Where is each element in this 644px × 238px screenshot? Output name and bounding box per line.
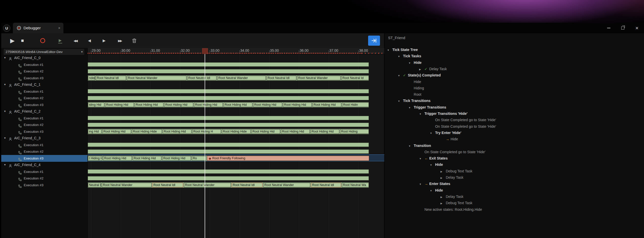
timeline-track-bar[interactable]: iding HidRoot Hiding HidRoot Hiding HidR… (88, 102, 369, 108)
instance-row[interactable]: ▼AIC_Friend_C_0 (1, 55, 87, 61)
state-segment[interactable]: Root Neutral Id (341, 76, 369, 80)
tree-expander-icon[interactable]: ▼ (398, 98, 403, 104)
tree-expander-icon[interactable]: ▼ (398, 72, 403, 79)
state-segment[interactable]: Root Hiding Hid (194, 102, 223, 107)
execution-row[interactable]: Execution #1 (1, 88, 87, 95)
execution-row[interactable]: Execution #2 (1, 68, 87, 75)
statetree-row[interactable]: ▼Transition (385, 142, 644, 149)
timeline-track-bar[interactable]: Neutral IdlRoot Neutral WanderRoot Neutr… (88, 182, 369, 188)
execution-row[interactable]: Execution #1 (1, 115, 87, 122)
event-segment[interactable]: ◆Root Friendly Following (207, 156, 369, 161)
state-segment[interactable]: Root Neutral Idl (267, 76, 296, 80)
state-segment[interactable]: Root Neutral Wander (217, 76, 266, 80)
statetree-row[interactable]: ▼Tick Tasks (385, 53, 644, 59)
tree-expander-icon[interactable]: ▼ (430, 162, 435, 168)
state-segment[interactable]: t Hiding Hid (88, 156, 102, 161)
state-segment[interactable]: Root Hiding Hid (281, 129, 310, 134)
state-segment[interactable]: Root Neutral Idl (311, 183, 341, 187)
tab-debugger[interactable]: Debugger × (13, 23, 63, 33)
statetree-row[interactable]: Root (385, 91, 644, 97)
tree-expander-icon[interactable]: ▶ (441, 200, 446, 206)
frame-rewind-button[interactable]: ◀◀ (70, 33, 81, 48)
statetree-row[interactable]: ▼Tick Transitions (385, 97, 644, 104)
timeline-panel[interactable]: 29.0030.0031.0032.0033.0034.0035.0036.00… (87, 48, 384, 238)
state-segment[interactable]: Root Hiding Hide (132, 129, 162, 134)
execution-row[interactable]: Execution #2 (1, 175, 87, 182)
tree-expander-icon[interactable]: ▼ (387, 47, 392, 53)
statetree-row[interactable]: On State Completed go to State 'Hide' (385, 123, 644, 129)
tree-expander-icon[interactable]: ▼ (419, 155, 424, 162)
timeline-track-bar[interactable] (88, 96, 369, 100)
statetree-row[interactable]: Hiding (385, 85, 644, 91)
execution-row[interactable]: Execution #1 (1, 168, 87, 175)
statetree-row[interactable]: ▼Hide (385, 59, 644, 66)
instance-row[interactable]: ▼AIC_Friend_C_3 (1, 135, 87, 142)
state-segment[interactable]: ing Hid (88, 129, 102, 134)
statetree-row[interactable]: ▼Tick State Tree (385, 46, 644, 53)
scrub-handle[interactable] (202, 48, 208, 54)
tree-expander-icon[interactable]: ▶ (441, 194, 446, 200)
state-segment[interactable]: Root Neutral Wander (263, 183, 310, 187)
statetree-row[interactable]: ▶Delay Task (385, 174, 644, 180)
frame-fast-forward-button[interactable]: ▶▶ (114, 33, 125, 48)
timeline-track-bar[interactable] (88, 116, 369, 120)
frame-forward-button[interactable]: ▶ (100, 33, 108, 48)
execution-row[interactable]: Execution #2 (1, 95, 87, 101)
statetree-row[interactable]: On State Completed go to State 'Hide' (385, 117, 644, 123)
record-button[interactable] (38, 33, 47, 48)
state-segment[interactable]: Root Hiding Hid (311, 129, 339, 134)
timeline-track-bar[interactable] (88, 143, 369, 147)
timeline-track-bar[interactable] (88, 149, 369, 154)
state-segment[interactable]: Root Hiding Hid (283, 102, 312, 107)
clear-tracks-button[interactable] (130, 33, 139, 48)
tree-expander-icon[interactable]: ▼ (430, 130, 435, 136)
state-segment[interactable]: Root Hidin (342, 102, 369, 107)
goto-latest-frame-button[interactable] (368, 36, 380, 46)
state-segment[interactable]: Root Neutral Wa (342, 183, 369, 187)
timeline-track-bar[interactable]: t Hiding HidRoot Hiding HidRoot Hiding H… (88, 155, 369, 161)
state-segment[interactable]: Neutral Idl (88, 183, 101, 187)
statetree-row[interactable]: ▶Debug Text Task (385, 200, 644, 206)
state-segment[interactable]: Root Hiding Hid (133, 156, 161, 161)
frame-back-button[interactable]: ◀ (86, 33, 93, 48)
statetree-row[interactable]: ▶Delay Task (385, 193, 644, 200)
close-button[interactable]: × (631, 23, 642, 33)
timeline-track-bar[interactable]: ing HidRoot Hiding HidRoot Hiding HideRo… (88, 129, 369, 134)
state-segment[interactable]: Root Neutral Idl (187, 76, 217, 80)
timeline-track-bar[interactable] (88, 123, 369, 127)
state-segment[interactable]: Root Hiding Hid (105, 102, 134, 107)
execution-row[interactable]: Execution #2 (1, 148, 87, 155)
statetree-row[interactable]: ▼✓State(s) Completed (385, 72, 644, 78)
execution-row[interactable]: Execution #1 (1, 61, 87, 68)
statetree-row[interactable]: ▼←Exit States (385, 155, 644, 161)
statetree-row[interactable]: ▼Try Enter 'Hide' (385, 129, 644, 136)
tree-expander-icon[interactable]: ▼ (419, 111, 424, 117)
timeline-track-bar[interactable] (88, 69, 369, 73)
stop-button[interactable]: ■ (18, 33, 27, 48)
state-segment[interactable]: Root Hiding (340, 129, 369, 134)
instance-row[interactable]: ▼AIC_Friend_C_2 (1, 108, 87, 115)
restore-button[interactable] (617, 23, 628, 33)
state-segment[interactable]: Root Neutral Wander (127, 76, 186, 80)
timeline-track-bar[interactable] (88, 62, 369, 67)
state-segment[interactable]: Root Hiding Hide (222, 129, 251, 134)
statetree-row[interactable]: ▼Hide (385, 187, 644, 193)
tree-expander-icon[interactable]: ▼ (4, 135, 7, 142)
tree-expander-icon[interactable]: ▶ (441, 168, 446, 175)
execution-row[interactable]: Execution #3 (1, 128, 87, 135)
timeline-track-bar[interactable]: nderRoot Neutral IdlRoot Neutral WanderR… (88, 75, 369, 81)
execution-row[interactable]: Execution #3 (1, 182, 87, 189)
state-segment[interactable]: Root Hiding Hid (224, 102, 252, 107)
state-segment[interactable]: Root Hiding Hid (164, 102, 193, 107)
state-segment[interactable]: iding Hid (88, 102, 104, 107)
tree-expander-icon[interactable]: ▼ (430, 188, 435, 194)
state-segment[interactable]: Root Neutral Wander (184, 183, 231, 187)
tree-expander-icon[interactable]: ▼ (409, 104, 414, 111)
resume-step-button[interactable]: ▶ (56, 33, 64, 48)
execution-row[interactable]: Execution #1 (1, 142, 87, 148)
tree-expander-icon[interactable]: ▼ (409, 143, 414, 149)
state-segment[interactable]: Root Neutral Idl (232, 183, 263, 187)
state-segment[interactable]: nder (88, 76, 95, 80)
statetree-row[interactable]: On State Completed go to State 'Hide' (385, 149, 644, 155)
statetree-row[interactable]: ▼Trigger Transitions (385, 104, 644, 110)
